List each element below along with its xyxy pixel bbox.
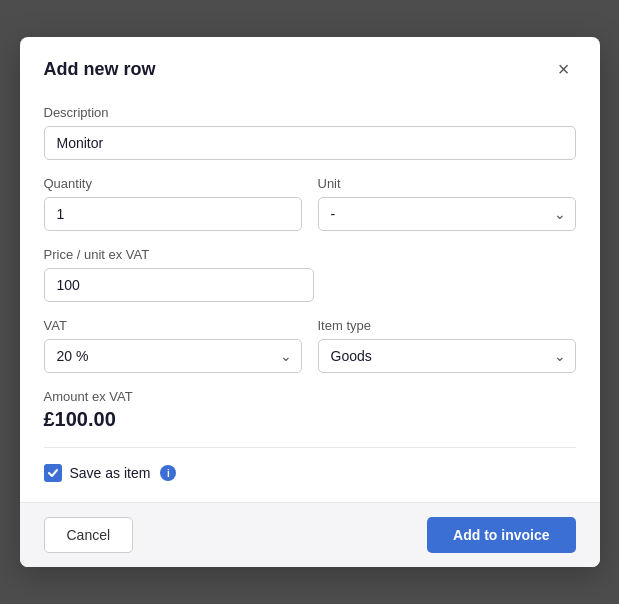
description-label: Description (44, 105, 576, 120)
vat-itemtype-row: VAT 20 % 5 % 0 % ⌄ Item type Goo (44, 318, 576, 373)
quantity-group: Quantity (44, 176, 302, 231)
quantity-input[interactable] (44, 197, 302, 231)
save-as-item-checkbox[interactable] (44, 464, 62, 482)
price-group: Price / unit ex VAT (44, 247, 576, 302)
modal-body: Description Quantity Unit - pcs kg (20, 97, 600, 502)
quantity-label: Quantity (44, 176, 302, 191)
quantity-unit-row: Quantity Unit - pcs kg hr ⌄ (44, 176, 576, 231)
item-type-label: Item type (318, 318, 576, 333)
checkmark-icon (47, 467, 59, 479)
amount-section: Amount ex VAT £100.00 (44, 389, 576, 431)
vat-select-wrapper: 20 % 5 % 0 % ⌄ (44, 339, 302, 373)
unit-group: Unit - pcs kg hr ⌄ (318, 176, 576, 231)
amount-label: Amount ex VAT (44, 389, 576, 404)
amount-value: £100.00 (44, 408, 576, 431)
unit-select[interactable]: - pcs kg hr (318, 197, 576, 231)
modal-overlay: Add new row × Description Quantity Unit (0, 0, 619, 604)
description-group: Description (44, 105, 576, 160)
price-input[interactable] (44, 268, 314, 302)
save-as-item-row: Save as item i (44, 464, 576, 482)
modal-header: Add new row × (20, 37, 600, 97)
unit-label: Unit (318, 176, 576, 191)
item-type-select-wrapper: Goods Services ⌄ (318, 339, 576, 373)
item-type-select[interactable]: Goods Services (318, 339, 576, 373)
vat-group: VAT 20 % 5 % 0 % ⌄ (44, 318, 302, 373)
price-label: Price / unit ex VAT (44, 247, 576, 262)
info-icon[interactable]: i (160, 465, 176, 481)
modal-footer: Cancel Add to invoice (20, 502, 600, 567)
modal-title: Add new row (44, 59, 156, 80)
unit-select-wrapper: - pcs kg hr ⌄ (318, 197, 576, 231)
description-input[interactable] (44, 126, 576, 160)
item-type-group: Item type Goods Services ⌄ (318, 318, 576, 373)
divider (44, 447, 576, 448)
add-to-invoice-button[interactable]: Add to invoice (427, 517, 575, 553)
add-row-modal: Add new row × Description Quantity Unit (20, 37, 600, 567)
vat-select[interactable]: 20 % 5 % 0 % (44, 339, 302, 373)
cancel-button[interactable]: Cancel (44, 517, 134, 553)
save-as-item-label: Save as item (70, 465, 151, 481)
vat-label: VAT (44, 318, 302, 333)
close-button[interactable]: × (552, 57, 576, 81)
